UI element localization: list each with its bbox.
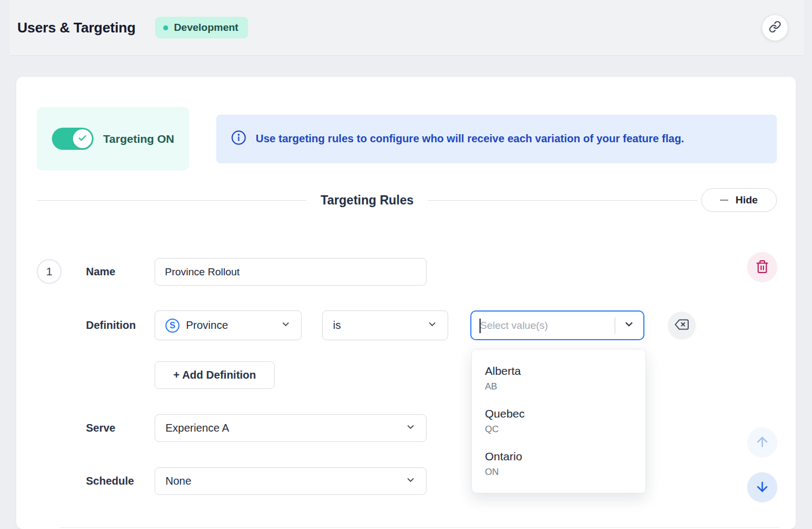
comparator-select-value: is xyxy=(333,319,341,332)
chevron-down-icon[interactable] xyxy=(623,319,635,332)
schedule-select[interactable]: None xyxy=(155,467,427,495)
arrow-down-icon xyxy=(755,479,770,496)
hide-button-label: Hide xyxy=(735,194,757,206)
option-sublabel: QC xyxy=(485,424,633,435)
schedule-select-value: None xyxy=(165,475,191,487)
toggle-knob xyxy=(73,129,92,148)
chevron-down-icon xyxy=(405,422,416,434)
rule-definition-row: Definition S Province is xyxy=(86,310,777,340)
schedule-label: Schedule xyxy=(86,475,155,487)
combobox-divider xyxy=(615,318,615,334)
targeting-rule-1: 1 Name Definition S Province is xyxy=(37,258,777,495)
chevron-down-icon xyxy=(281,319,291,332)
definition-label: Definition xyxy=(86,319,155,332)
rule-body: Name Definition S Province is xyxy=(86,258,777,495)
environment-dot-icon xyxy=(163,25,168,30)
environment-badge: Development xyxy=(155,17,248,38)
page-header: Users & Targeting Development xyxy=(10,0,804,56)
targeting-toggle[interactable] xyxy=(52,128,94,150)
move-rule-down-button[interactable] xyxy=(747,472,777,502)
dropdown-option-quebec[interactable]: Quebec QC xyxy=(472,400,645,442)
option-label: Ontario xyxy=(485,450,633,463)
name-label: Name xyxy=(86,266,155,278)
hide-rules-button[interactable]: Hide xyxy=(701,188,777,212)
option-label: Alberta xyxy=(485,365,633,378)
info-banner: Use targeting rules to configure who wil… xyxy=(216,115,777,163)
clear-values-button[interactable] xyxy=(668,312,696,340)
values-combobox[interactable] xyxy=(470,310,644,340)
add-definition-row: + Add Definition xyxy=(86,361,777,389)
rule-name-input[interactable] xyxy=(155,258,427,286)
divider-line-right xyxy=(428,200,697,201)
property-select-value: Province xyxy=(186,319,228,332)
dropdown-option-alberta[interactable]: Alberta AB xyxy=(472,357,645,400)
values-input[interactable] xyxy=(480,320,610,332)
divider-line-left xyxy=(37,200,307,201)
link-icon xyxy=(769,21,781,35)
targeting-status-row: Targeting ON Use targeting rules to conf… xyxy=(37,107,777,170)
copy-link-button[interactable] xyxy=(762,15,788,41)
serve-select[interactable]: Experience A xyxy=(155,414,427,442)
option-label: Quebec xyxy=(485,407,633,420)
targeting-card: Targeting ON Use targeting rules to conf… xyxy=(16,77,796,529)
bottom-divider xyxy=(59,527,780,528)
values-dropdown-menu: Alberta AB Quebec QC Ontario ON xyxy=(471,349,646,493)
rule-name-row: Name xyxy=(86,258,777,286)
move-rule-up-button[interactable] xyxy=(747,427,777,458)
text-cursor xyxy=(480,319,481,333)
serve-label: Serve xyxy=(86,422,155,434)
rule-schedule-row: Schedule None xyxy=(86,467,777,495)
serve-select-value: Experience A xyxy=(165,422,229,434)
property-select[interactable]: S Province xyxy=(155,310,302,340)
check-icon xyxy=(78,134,87,144)
backspace-icon xyxy=(675,318,689,333)
targeting-rules-title: Targeting Rules xyxy=(307,193,428,208)
option-sublabel: ON xyxy=(485,467,633,478)
comparator-select[interactable]: is xyxy=(322,310,448,340)
trash-icon xyxy=(755,260,769,275)
info-icon xyxy=(231,130,247,148)
option-sublabel: AB xyxy=(485,381,633,392)
string-type-icon: S xyxy=(165,319,179,333)
environment-badge-label: Development xyxy=(174,22,238,34)
delete-rule-button[interactable] xyxy=(747,252,777,282)
arrow-up-icon xyxy=(755,434,770,451)
targeting-toggle-label: Targeting ON xyxy=(103,133,174,146)
rule-serve-row: Serve Experience A xyxy=(86,414,777,442)
page-title: Users & Targeting xyxy=(17,19,136,36)
targeting-rules-divider: Targeting Rules Hide xyxy=(37,188,777,212)
rule-number-badge: 1 xyxy=(37,259,62,284)
add-definition-button[interactable]: + Add Definition xyxy=(155,361,275,389)
chevron-down-icon xyxy=(427,319,437,332)
chevron-down-icon xyxy=(405,475,416,487)
targeting-toggle-box: Targeting ON xyxy=(37,107,189,170)
minus-icon xyxy=(720,200,728,201)
info-banner-text: Use targeting rules to configure who wil… xyxy=(256,133,684,145)
dropdown-option-ontario[interactable]: Ontario ON xyxy=(472,442,645,485)
